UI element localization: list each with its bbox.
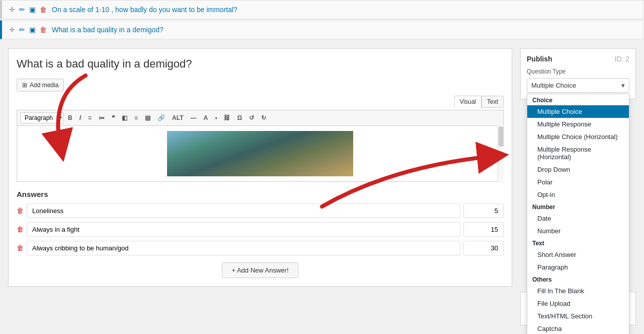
alt-button[interactable]: ALT	[169, 112, 186, 123]
edit-icon-2[interactable]: ✏	[19, 26, 25, 34]
answer-score-2[interactable]	[463, 241, 504, 255]
question-type-dropdown[interactable]: Multiple Choice ▾	[527, 78, 629, 93]
answer-score-0[interactable]	[463, 204, 504, 218]
redo-button[interactable]: ↻	[258, 112, 269, 123]
dropdown-item-polar[interactable]: Polar	[527, 176, 629, 188]
question-bar-1: ✛ ✏ ▣ 🗑 On a scale of 1-10 , how badly d…	[0, 0, 644, 19]
copy-icon-2[interactable]: ▣	[29, 26, 36, 34]
custom-link-button[interactable]: ⛓	[221, 112, 233, 123]
answer-delete-1[interactable]: 🗑	[17, 225, 24, 233]
add-media-button[interactable]: ⊞ Add media	[17, 79, 64, 92]
group-label-others: Others	[527, 274, 629, 285]
dropdown-item-date[interactable]: Date	[527, 212, 629, 225]
question-title: What is a bad quality in a demigod?	[17, 57, 504, 72]
tab-visual[interactable]: Visual	[454, 96, 481, 108]
sidebar-panel: Publish ID: 2 Question Type Multiple Cho…	[520, 48, 636, 325]
dropdown-item-fill-blank[interactable]: Fill In The Blank	[527, 285, 629, 297]
dropdown-arrow-icon: ▾	[621, 82, 625, 89]
copy-icon-1[interactable]: ▣	[29, 6, 36, 14]
align-left-button[interactable]: ◧	[119, 112, 130, 123]
main-layout: What is a bad quality in a demigod? ⊞ Ad…	[0, 40, 644, 333]
dropdown-item-number[interactable]: Number	[527, 225, 629, 237]
content-area-wrapper	[17, 125, 504, 182]
color-button[interactable]: A	[200, 112, 211, 123]
add-answer-button[interactable]: + Add New Answer!	[222, 262, 298, 278]
ul-button[interactable]: ≡	[85, 112, 95, 123]
editor-panel: What is a bad quality in a demigod? ⊞ Ad…	[8, 48, 512, 287]
dropdown-wrapper: Multiple Choice ▾ Choice Multiple Choice…	[527, 78, 629, 93]
question-type-label: Question Type	[527, 68, 629, 75]
align-right-button[interactable]: ▤	[142, 112, 153, 123]
ol-button[interactable]: ≔	[96, 112, 108, 123]
add-media-label: Add media	[30, 82, 58, 89]
dropdown-item-short-answer[interactable]: Short Answer	[527, 248, 629, 261]
question-text-2: What is a bad quality in a demigod?	[52, 26, 164, 34]
answer-input-1[interactable]	[27, 222, 460, 237]
dropdown-item-multiple-response[interactable]: Multiple Response	[527, 118, 629, 130]
dropdown-item-paragraph[interactable]: Paragraph	[527, 261, 629, 274]
answer-row-1: 🗑	[17, 222, 504, 237]
undo-button[interactable]: ↺	[246, 112, 257, 123]
link-button[interactable]: 🔗	[154, 112, 168, 123]
answer-input-0[interactable]	[27, 204, 460, 218]
content-image	[167, 131, 353, 176]
group-label-number: Number	[527, 201, 629, 212]
answer-delete-0[interactable]: 🗑	[17, 207, 24, 215]
dropdown-item-multiple-response-horizontal[interactable]: Multiple Response (Horizontal)	[527, 143, 629, 163]
publish-title: Publish	[527, 55, 552, 63]
dropdown-selected-value: Multiple Choice	[531, 82, 576, 89]
answer-input-2[interactable]	[27, 241, 460, 255]
bold-button[interactable]: B	[65, 112, 75, 123]
align-center-button[interactable]: ≡	[131, 112, 141, 123]
answers-title: Answers	[17, 190, 504, 198]
scrollbar[interactable]	[498, 125, 504, 182]
answer-row-0: 🗑	[17, 204, 504, 218]
editor-toolbar: Paragraph B I ≡ ≔ ❝ ◧ ≡ ▤ 🔗 ALT — A ▪ ⛓ …	[17, 110, 504, 125]
move-icon-1[interactable]: ✛	[9, 6, 15, 14]
dropdown-item-text-html[interactable]: Text/HTML Section	[527, 310, 629, 322]
question-bar-2-icons: ✛ ✏ ▣ 🗑	[9, 26, 47, 34]
publish-header: Publish ID: 2	[527, 55, 629, 63]
move-icon-2[interactable]: ✛	[9, 26, 15, 34]
question-bar-1-icons: ✛ ✏ ▣ 🗑	[9, 6, 47, 14]
add-media-icon: ⊞	[22, 82, 27, 89]
paragraph-select[interactable]: Paragraph	[20, 112, 64, 123]
edit-icon-1[interactable]: ✏	[19, 6, 25, 14]
dropdown-item-multiple-choice-horizontal[interactable]: Multiple Choice (Horizontal)	[527, 130, 629, 143]
media-button[interactable]: ▪	[212, 112, 220, 123]
scrollbar-thumb	[499, 126, 504, 147]
publish-id: ID: 2	[614, 55, 629, 63]
dropdown-item-file-upload[interactable]: File Upload	[527, 297, 629, 310]
answer-score-1[interactable]	[463, 222, 504, 237]
delete-icon-1[interactable]: 🗑	[40, 6, 47, 14]
dropdown-item-captcha[interactable]: Captcha	[527, 322, 629, 334]
question-bar-2: ✛ ✏ ▣ 🗑 What is a bad quality in a demig…	[0, 20, 644, 39]
tab-text[interactable]: Text	[481, 96, 504, 108]
answer-row-2: 🗑	[17, 241, 504, 255]
dropdown-item-multiple-choice[interactable]: Multiple Choice	[527, 105, 629, 118]
italic-button[interactable]: I	[76, 112, 84, 123]
hr-button[interactable]: —	[187, 112, 199, 123]
tab-bar: Visual Text	[17, 96, 504, 108]
dropdown-item-opt-in[interactable]: Opt-in	[527, 188, 629, 201]
page-wrapper: ✛ ✏ ▣ 🗑 On a scale of 1-10 , how badly d…	[0, 0, 644, 334]
answer-delete-2[interactable]: 🗑	[17, 244, 24, 252]
dropdown-item-drop-down[interactable]: Drop Down	[527, 163, 629, 176]
question-text-1: On a scale of 1-10 , how badly do you wa…	[52, 6, 237, 14]
delete-icon-2[interactable]: 🗑	[40, 26, 47, 34]
content-area[interactable]	[17, 125, 504, 182]
omega-button[interactable]: Ω	[234, 112, 245, 123]
answers-section: Answers 🗑 🗑 🗑 + Add New Answer!	[17, 190, 504, 278]
blockquote-button[interactable]: ❝	[109, 112, 118, 123]
publish-box: Publish ID: 2 Question Type Multiple Cho…	[520, 48, 636, 99]
dropdown-menu: Choice Multiple Choice Multiple Response…	[527, 94, 629, 334]
group-label-choice: Choice	[527, 94, 629, 105]
group-label-text: Text	[527, 237, 629, 248]
